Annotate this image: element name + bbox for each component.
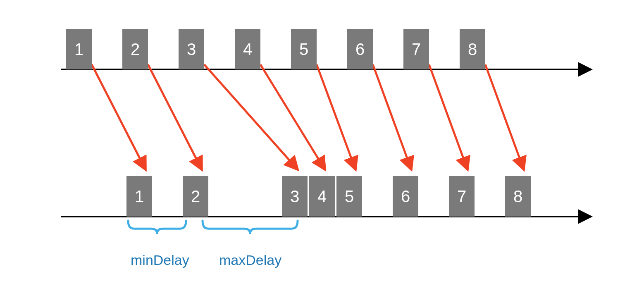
diagram-canvas: 1234567812345678 minDelay maxDelay: [0, 0, 644, 286]
braces-group: [128, 221, 298, 234]
mapping-arrow: [204, 64, 298, 169]
event-number: 1: [135, 187, 144, 206]
event-number: 4: [243, 40, 252, 59]
max-delay-label: maxDelay: [219, 252, 281, 268]
event-number: 8: [513, 187, 522, 206]
top-event-box: 3: [179, 29, 204, 69]
mapping-arrow: [92, 64, 145, 169]
min-delay-label: minDelay: [131, 252, 189, 268]
event-number: 2: [131, 40, 140, 59]
bottom-event-box: 1: [126, 176, 152, 217]
event-number: 3: [290, 187, 299, 206]
svg-overlay: [0, 0, 644, 286]
mapping-arrow: [317, 64, 355, 169]
bottom-event-box: 3: [282, 176, 308, 217]
max-delay-brace: [203, 221, 298, 234]
top-event-box: 5: [291, 29, 317, 69]
event-number: 7: [412, 40, 421, 59]
event-number: 5: [299, 40, 308, 59]
arrows-group: [92, 64, 524, 169]
event-number: 6: [401, 187, 410, 206]
mapping-arrow: [148, 64, 202, 169]
bottom-event-box: 2: [183, 176, 208, 217]
bottom-event-box: 6: [393, 176, 418, 217]
bottom-event-box: 5: [336, 176, 362, 217]
event-number: 3: [187, 40, 196, 59]
bottom-event-box: 7: [449, 176, 475, 217]
bottom-event-box: 8: [505, 176, 531, 217]
mapping-arrow: [485, 64, 524, 169]
top-event-box: 2: [122, 29, 148, 69]
top-event-box: 6: [347, 29, 373, 69]
event-number: 6: [355, 40, 365, 59]
bottom-event-box: 4: [309, 176, 335, 217]
event-number: 8: [468, 40, 477, 59]
mapping-arrow: [260, 64, 325, 169]
min-delay-brace: [128, 221, 186, 234]
top-event-box: 7: [403, 29, 429, 69]
top-event-box: 4: [235, 29, 260, 69]
top-event-box: 1: [66, 29, 92, 69]
mapping-arrow: [373, 64, 411, 169]
top-event-box: 8: [460, 29, 485, 69]
event-number: 2: [191, 187, 200, 206]
event-number: 7: [457, 187, 466, 206]
event-number: 4: [317, 187, 327, 206]
mapping-arrow: [429, 64, 467, 169]
event-number: 5: [345, 187, 354, 206]
event-number: 1: [74, 40, 83, 59]
